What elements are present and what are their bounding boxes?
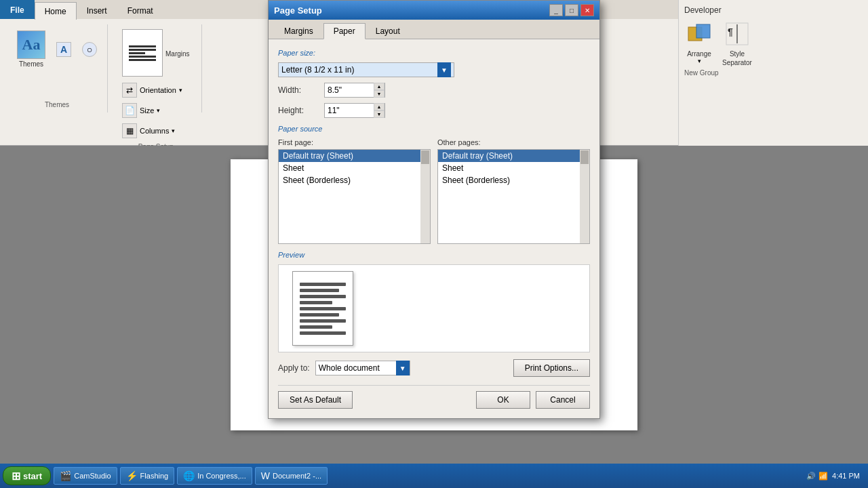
cancel-button[interactable]: Cancel xyxy=(536,391,590,409)
taskbar-camstudio[interactable]: 🎬 CamStudio xyxy=(54,467,117,485)
columns-button[interactable]: ▦ Columns ▾ xyxy=(119,121,186,140)
width-up-arrow[interactable]: ▲ xyxy=(374,83,384,90)
orientation-label: Orientation xyxy=(140,86,176,94)
tab-format[interactable]: Format xyxy=(117,1,163,19)
list-item[interactable]: Default tray (Sheet) xyxy=(279,150,430,162)
start-icon: ⊞ xyxy=(12,470,20,483)
list-item[interactable]: Sheet xyxy=(438,162,589,174)
circle-icon: ○ xyxy=(82,42,97,57)
action-row: Set As Default OK Cancel xyxy=(278,385,590,409)
taskbar-congress[interactable]: 🌐 In Congress,... xyxy=(177,467,252,485)
margins-button[interactable]: Margins xyxy=(119,27,193,79)
width-down-arrow[interactable]: ▼ xyxy=(374,90,384,98)
style-separator-label2: Separator xyxy=(722,59,752,66)
size-button[interactable]: 📄 Size ▾ xyxy=(119,101,186,120)
tab-layout[interactable]: Layout xyxy=(366,22,410,39)
columns-label: Columns xyxy=(140,127,169,135)
taskbar-word[interactable]: W Document2 -... xyxy=(255,467,328,485)
width-label: Width: xyxy=(278,85,319,95)
source-columns: First page: Default tray (Sheet) Sheet S… xyxy=(278,138,590,244)
dialog-minimize-button[interactable]: _ xyxy=(549,4,563,16)
camstudio-icon: 🎬 xyxy=(60,470,71,481)
apply-to-label: Apply to: xyxy=(278,363,310,373)
size-label: Size xyxy=(140,106,154,115)
other-pages-list: Default tray (Sheet) Sheet Sheet (Border… xyxy=(437,149,590,244)
tab-file[interactable]: File xyxy=(0,0,35,19)
margins-icon xyxy=(122,29,163,77)
columns-arrow: ▾ xyxy=(172,127,175,134)
size-arrow: ▾ xyxy=(157,107,160,114)
first-page-label: First page: xyxy=(278,138,431,146)
dialog-controls: _ □ ✕ xyxy=(549,4,594,16)
orientation-button[interactable]: ⇄ Orientation ▾ xyxy=(119,81,186,100)
list-item[interactable]: Default tray (Sheet) xyxy=(438,150,589,162)
font-a-icon: A xyxy=(56,42,71,57)
tray-icon-2: 📶 xyxy=(818,472,828,481)
height-input[interactable]: 11" ▲ ▼ xyxy=(324,103,385,118)
other-pages-scrollbar[interactable] xyxy=(580,150,589,243)
tray-icon-1: 🔊 xyxy=(806,472,816,481)
taskbar-right: 🔊 📶 4:41 PM xyxy=(806,472,865,481)
dialog-titlebar: Page Setup _ □ ✕ xyxy=(269,1,599,20)
dialog-close-button[interactable]: ✕ xyxy=(580,4,594,16)
paper-size-select[interactable]: Letter (8 1/2 x 11 in) ▼ xyxy=(278,62,454,77)
start-button[interactable]: ⊞ start xyxy=(3,466,51,485)
height-label: Height: xyxy=(278,106,319,115)
themes-icon: Aa xyxy=(17,30,45,59)
word-icon: W xyxy=(261,470,270,481)
dialog-maximize-button[interactable]: □ xyxy=(565,4,578,16)
themes-button[interactable]: Aa Themes xyxy=(14,28,49,70)
developer-label: Developer xyxy=(684,5,863,15)
svg-text:¶: ¶ xyxy=(728,26,733,37)
apply-to-arrow[interactable]: ▼ xyxy=(396,361,410,375)
tab-insert[interactable]: Insert xyxy=(77,1,117,19)
tab-paper[interactable]: Paper xyxy=(323,23,366,39)
preview-box xyxy=(278,264,590,352)
apply-to-select[interactable]: Whole document ▼ xyxy=(315,361,410,375)
circle-button[interactable]: ○ xyxy=(79,40,100,59)
height-down-arrow[interactable]: ▼ xyxy=(374,110,384,118)
other-pages-label: Other pages: xyxy=(437,138,590,146)
paper-size-arrow[interactable]: ▼ xyxy=(437,62,451,77)
print-options-button[interactable]: Print Options... xyxy=(513,359,590,377)
new-group-label: New Group xyxy=(684,69,863,77)
paper-size-label: Paper size: xyxy=(278,49,590,57)
paper-size-section: Paper size: Letter (8 1/2 x 11 in) ▼ xyxy=(278,49,590,77)
list-item[interactable]: Sheet xyxy=(279,162,430,174)
dialog-title: Page Setup xyxy=(274,5,322,16)
width-input[interactable]: 8.5" ▲ ▼ xyxy=(324,83,385,98)
arrange-arrow: ▾ xyxy=(698,58,701,64)
browser-icon: 🌐 xyxy=(183,470,195,481)
arrange-label: Arrange xyxy=(687,50,711,58)
page-setup-group: Margins ⇄ Orientation ▾ 📄 Size ▾ xyxy=(111,24,202,113)
system-tray: 🔊 📶 xyxy=(806,472,828,481)
themes-group: Aa Themes A ○ Themes xyxy=(7,24,108,113)
paper-source-section: Paper source First page: Default tray (S… xyxy=(278,125,590,244)
ok-button[interactable]: OK xyxy=(476,391,530,409)
height-row: Height: 11" ▲ ▼ xyxy=(278,103,590,118)
preview-label: Preview xyxy=(278,251,590,259)
columns-icon: ▦ xyxy=(122,123,137,138)
svg-rect-1 xyxy=(696,24,710,38)
width-row: Width: 8.5" ▲ ▼ xyxy=(278,83,590,98)
themes-group-label: Themes xyxy=(45,98,69,108)
preview-section: Preview xyxy=(278,251,590,352)
list-item[interactable]: Sheet (Borderless) xyxy=(279,174,430,186)
arrange-button[interactable]: Arrange ▾ xyxy=(684,19,714,64)
height-up-arrow[interactable]: ▲ xyxy=(374,103,384,110)
clock: 4:41 PM xyxy=(832,472,860,480)
style-separator-button[interactable]: ¶ Style Separator xyxy=(722,19,752,66)
first-page-scrollbar[interactable] xyxy=(420,150,430,243)
tab-home[interactable]: Home xyxy=(35,2,77,20)
size-icon: 📄 xyxy=(122,103,137,118)
font-color-button[interactable]: A xyxy=(53,40,75,59)
style-separator-label: Style xyxy=(730,50,745,58)
page-setup-content: Margins ⇄ Orientation ▾ 📄 Size ▾ xyxy=(119,27,193,140)
preview-page xyxy=(292,271,353,346)
set-as-default-button[interactable]: Set As Default xyxy=(278,391,353,409)
list-item[interactable]: Sheet (Borderless) xyxy=(438,174,589,186)
first-page-column: First page: Default tray (Sheet) Sheet S… xyxy=(278,138,431,244)
taskbar: ⊞ start 🎬 CamStudio ⚡ Flashing 🌐 In Cong… xyxy=(0,464,868,488)
tab-margins[interactable]: Margins xyxy=(274,22,323,39)
taskbar-flashing[interactable]: ⚡ Flashing xyxy=(120,467,175,485)
